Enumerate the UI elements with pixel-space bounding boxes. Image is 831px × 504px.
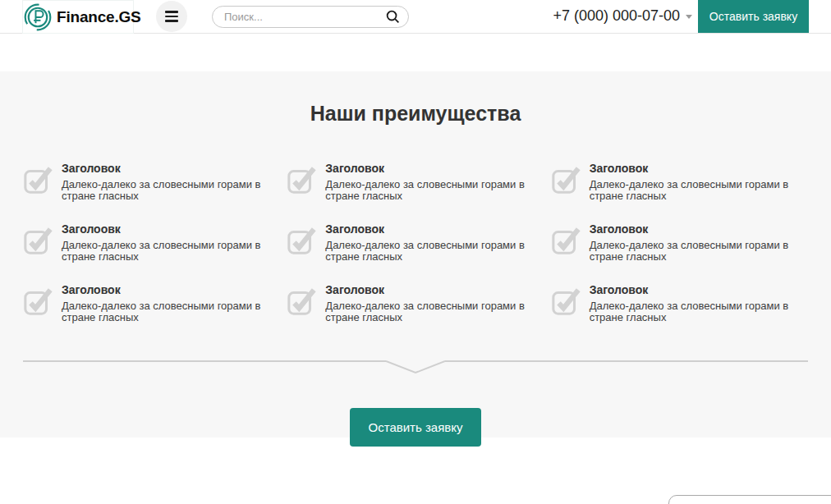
- search-input[interactable]: [212, 6, 409, 28]
- chevron-down-notch: [386, 360, 445, 375]
- advantage-item: Заголовок Далеко-далеко за словесными го…: [287, 162, 544, 211]
- advantage-item: Заголовок Далеко-далеко за словесными го…: [287, 283, 544, 332]
- header-spacer: [0, 34, 831, 71]
- check-square-icon: [23, 225, 54, 256]
- advantages-section: Наши преимущества Заголовок Далеко-далек…: [0, 71, 831, 438]
- ruble-circle-icon: [23, 2, 53, 32]
- advantage-item: Заголовок Далеко-далеко за словесными го…: [23, 162, 280, 211]
- check-square-icon: [551, 286, 582, 317]
- chevron-down-icon: [686, 15, 692, 19]
- advantage-title: Заголовок: [590, 222, 808, 236]
- advantage-text: Далеко-далеко за словесными горами в стр…: [325, 300, 544, 323]
- advantage-title: Заголовок: [590, 162, 808, 175]
- check-square-icon: [287, 286, 318, 317]
- check-square-icon: [23, 164, 54, 195]
- logo-text: Finance.GS: [57, 8, 141, 26]
- advantage-title: Заголовок: [62, 162, 280, 175]
- advantage-text: Далеко-далеко за словесными горами в стр…: [325, 179, 544, 202]
- header-request-button[interactable]: Оставить заявку: [698, 0, 809, 33]
- advantage-item: Заголовок Далеко-далеко за словесными го…: [551, 162, 808, 211]
- phone-number: +7 (000) 000-07-00: [553, 7, 680, 25]
- advantage-item: Заголовок Далеко-далеко за словесными го…: [287, 222, 544, 272]
- search-icon[interactable]: [385, 9, 401, 25]
- check-square-icon: [287, 164, 318, 195]
- site-logo[interactable]: Finance.GS: [22, 0, 134, 34]
- advantage-title: Заголовок: [325, 283, 544, 296]
- check-square-icon: [551, 164, 582, 195]
- advantage-title: Заголовок: [325, 222, 544, 236]
- header-search: [212, 6, 409, 28]
- advantage-item: Заголовок Далеко-далеко за словесными го…: [23, 283, 280, 332]
- section-divider: [23, 360, 808, 375]
- hamburger-icon: [165, 11, 178, 12]
- advantage-item: Заголовок Далеко-далеко за словесными го…: [551, 222, 808, 272]
- advantage-text: Далеко-далеко за словесными горами в стр…: [62, 300, 280, 323]
- check-square-icon: [551, 225, 582, 256]
- advantage-text: Далеко-далеко за словесными горами в стр…: [590, 240, 808, 263]
- check-square-icon: [23, 286, 54, 317]
- check-square-icon: [287, 225, 318, 256]
- advantage-text: Далеко-далеко за словесными горами в стр…: [325, 240, 544, 263]
- advantage-text: Далеко-далеко за словесными горами в стр…: [62, 240, 280, 263]
- section-title: Наши преимущества: [23, 71, 808, 126]
- advantage-text: Далеко-далеко за словесными горами в стр…: [590, 300, 808, 323]
- advantage-title: Заголовок: [62, 283, 280, 296]
- advantage-title: Заголовок: [325, 162, 544, 175]
- advantage-item: Заголоовк Далеко-далеко за словесными го…: [23, 222, 280, 272]
- bottom-partial-input[interactable]: [668, 495, 831, 504]
- advantage-title: Заголоовк: [62, 222, 280, 236]
- phone-dropdown[interactable]: +7 (000) 000-07-00: [553, 7, 692, 25]
- advantage-item: Заголовок Далеко-далеко за словесными го…: [551, 283, 808, 332]
- request-button[interactable]: Оставить заявку: [350, 408, 481, 447]
- advantage-title: Заголовок: [590, 283, 808, 296]
- advantage-text: Далеко-далеко за словесными горами в стр…: [590, 179, 808, 202]
- hamburger-menu-button[interactable]: [156, 1, 187, 32]
- advantage-text: Далеко-далеко за словесными горами в стр…: [62, 179, 280, 202]
- advantages-grid: Заголовок Далеко-далеко за словесными го…: [23, 162, 808, 332]
- site-header: Finance.GS +7 (000) 000-07-00 Оставить з…: [0, 0, 831, 34]
